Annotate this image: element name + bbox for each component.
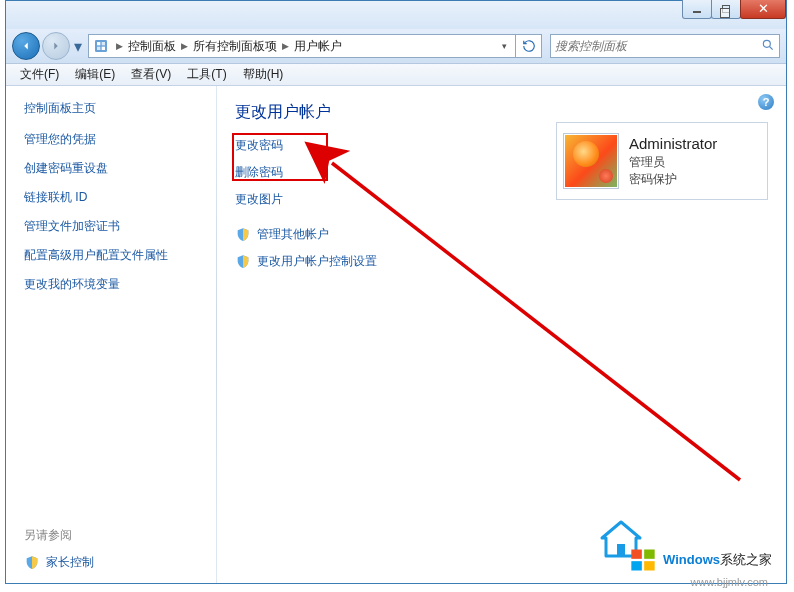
- sidebar-link-password-reset-disk[interactable]: 创建密码重设盘: [24, 160, 198, 177]
- control-panel-icon: [93, 38, 109, 54]
- action-link-label: 管理其他帐户: [257, 226, 329, 243]
- menu-file[interactable]: 文件(F): [12, 64, 67, 85]
- watermark-url: www.bjjmlv.com: [691, 576, 768, 588]
- svg-rect-4: [102, 47, 105, 50]
- sidebar-link-parental-controls[interactable]: 家长控制: [24, 554, 94, 571]
- sidebar-link-online-id[interactable]: 链接联机 ID: [24, 189, 198, 206]
- svg-rect-8: [617, 544, 625, 556]
- svg-point-5: [763, 40, 770, 47]
- svg-rect-11: [631, 561, 642, 570]
- svg-line-6: [770, 46, 773, 49]
- svg-rect-9: [631, 550, 642, 559]
- content-area: 控制面板主页 管理您的凭据 创建密码重设盘 链接联机 ID 管理文件加密证书 配…: [6, 86, 786, 583]
- main-panel: ? 更改用户帐户 更改密码 删除密码 更改图片 管理其他帐户 更改用户帐户控制设…: [217, 86, 786, 583]
- maximize-button[interactable]: [711, 0, 741, 19]
- avatar: [563, 133, 619, 189]
- svg-rect-0: [95, 40, 107, 52]
- svg-rect-10: [644, 550, 655, 559]
- sidebar-home[interactable]: 控制面板主页: [24, 100, 198, 117]
- svg-rect-2: [102, 42, 105, 45]
- page-title: 更改用户帐户: [235, 102, 768, 123]
- watermark: Windows系统之家: [629, 546, 772, 574]
- search-input[interactable]: [555, 39, 761, 53]
- svg-rect-3: [97, 47, 100, 50]
- windows-logo-icon: [629, 546, 657, 574]
- navigation-bar: ▾ ▶ 控制面板 ▶ 所有控制面板项 ▶ 用户帐户 ▾: [6, 29, 786, 64]
- breadcrumb-control-panel[interactable]: 控制面板: [126, 38, 178, 55]
- search-box[interactable]: [550, 34, 780, 58]
- window-frame: ✕ ▾ ▶ 控制面板 ▶ 所有控制面板项 ▶ 用户帐户 ▾: [5, 0, 787, 584]
- breadcrumb-all-items[interactable]: 所有控制面板项: [191, 38, 279, 55]
- forward-button[interactable]: [42, 32, 70, 60]
- action-manage-other-accounts[interactable]: 管理其他帐户: [235, 226, 768, 243]
- menu-edit[interactable]: 编辑(E): [67, 64, 123, 85]
- sidebar-link-label: 家长控制: [46, 554, 94, 571]
- address-dropdown[interactable]: ▾: [498, 41, 511, 51]
- account-card: Administrator 管理员 密码保护: [556, 122, 768, 200]
- action-link-label: 更改用户帐户控制设置: [257, 253, 377, 270]
- sidebar-link-credentials[interactable]: 管理您的凭据: [24, 131, 198, 148]
- back-button[interactable]: [12, 32, 40, 60]
- account-name: Administrator: [629, 135, 717, 152]
- menu-help[interactable]: 帮助(H): [235, 64, 292, 85]
- refresh-button[interactable]: [516, 34, 542, 58]
- sidebar-link-env-vars[interactable]: 更改我的环境变量: [24, 276, 198, 293]
- svg-rect-12: [644, 561, 655, 570]
- account-type: 管理员: [629, 154, 717, 171]
- see-also-label: 另请参阅: [24, 527, 94, 544]
- close-button[interactable]: ✕: [740, 0, 786, 19]
- menu-tools[interactable]: 工具(T): [179, 64, 234, 85]
- menu-view[interactable]: 查看(V): [123, 64, 179, 85]
- address-bar[interactable]: ▶ 控制面板 ▶ 所有控制面板项 ▶ 用户帐户 ▾: [88, 34, 516, 58]
- minimize-button[interactable]: [682, 0, 712, 19]
- shield-icon: [235, 227, 251, 243]
- action-uac-settings[interactable]: 更改用户帐户控制设置: [235, 253, 768, 270]
- sidebar-link-encryption-certs[interactable]: 管理文件加密证书: [24, 218, 198, 235]
- search-icon[interactable]: [761, 38, 775, 55]
- account-password-status: 密码保护: [629, 171, 717, 188]
- watermark-brand-cn: 系统之家: [720, 552, 772, 567]
- chevron-right-icon[interactable]: ▶: [178, 41, 191, 51]
- nav-history-dropdown[interactable]: ▾: [72, 32, 84, 60]
- svg-rect-1: [97, 42, 100, 45]
- breadcrumb-user-accounts[interactable]: 用户帐户: [292, 38, 344, 55]
- shield-icon: [235, 254, 251, 270]
- shield-icon: [24, 555, 40, 571]
- help-icon[interactable]: ?: [758, 94, 774, 110]
- chevron-right-icon[interactable]: ▶: [113, 41, 126, 51]
- sidebar: 控制面板主页 管理您的凭据 创建密码重设盘 链接联机 ID 管理文件加密证书 配…: [6, 86, 216, 583]
- chevron-right-icon[interactable]: ▶: [279, 41, 292, 51]
- menu-bar: 文件(F) 编辑(E) 查看(V) 工具(T) 帮助(H): [6, 64, 786, 86]
- titlebar: ✕: [6, 1, 786, 29]
- watermark-brand: Windows: [663, 552, 720, 567]
- sidebar-link-advanced-profile[interactable]: 配置高级用户配置文件属性: [24, 247, 198, 264]
